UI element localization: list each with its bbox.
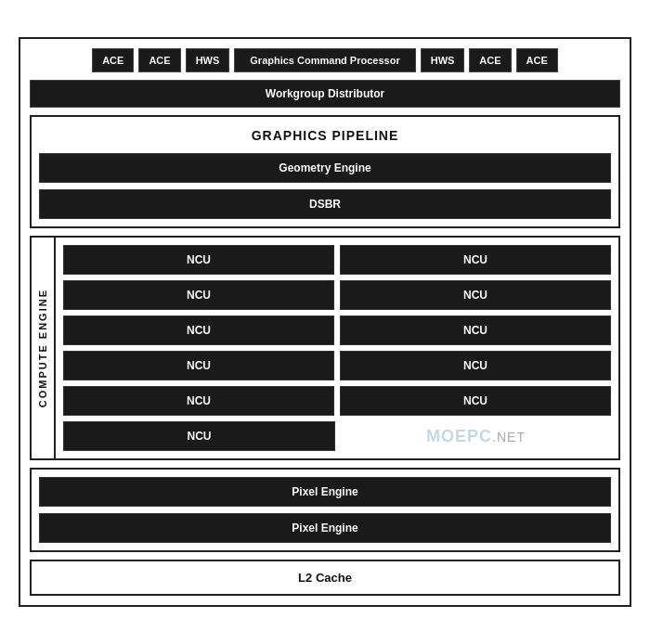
chip-ace-2: ACE <box>138 48 180 72</box>
ncu-cell-3-right: NCU <box>340 316 611 345</box>
ncu-row-2: NCU NCU <box>63 280 611 310</box>
graphics-pipeline-title: GRAPHICS PIPELINE <box>39 124 611 147</box>
ncu-cell-6-right-empty: MOEPC.NET <box>341 421 611 451</box>
ncu-row-6: NCU MOEPC.NET <box>63 421 611 451</box>
top-chips-row: ACE ACE HWS Graphics Command Processor H… <box>30 48 620 72</box>
watermark: MOEPC.NET <box>426 427 526 446</box>
geometry-engine-bar: Geometry Engine <box>39 153 611 183</box>
chip-gcp: Graphics Command Processor <box>234 48 415 72</box>
watermark-suffix: .NET <box>492 430 526 444</box>
dsbr-bar: DSBR <box>39 189 611 219</box>
chip-hws-1: HWS <box>186 48 230 72</box>
ncu-row-4: NCU NCU <box>63 351 611 380</box>
ncu-cell-6-left: NCU <box>63 421 335 451</box>
ncu-cell-4-left: NCU <box>63 351 334 380</box>
watermark-brand: MOEPC <box>426 427 492 445</box>
graphics-pipeline-section: GRAPHICS PIPELINE Geometry Engine DSBR <box>30 115 620 228</box>
compute-engine-label: COMPUTE ENGINE <box>37 289 48 407</box>
ncu-row-5: NCU NCU <box>63 386 611 416</box>
pixel-engine-1: Pixel Engine <box>39 477 611 507</box>
compute-engine-section: COMPUTE ENGINE NCU NCU NCU NCU NCU NCU N… <box>30 236 620 460</box>
ncu-cell-1-right: NCU <box>340 245 611 275</box>
chip-ace-4: ACE <box>516 48 558 72</box>
pixel-engines-section: Pixel Engine Pixel Engine <box>30 468 620 552</box>
ncu-cell-1-left: NCU <box>63 245 334 275</box>
compute-label-wrapper: COMPUTE ENGINE <box>32 238 56 458</box>
l2-cache: L2 Cache <box>30 560 620 596</box>
diagram-wrapper: ACE ACE HWS Graphics Command Processor H… <box>19 37 631 607</box>
ncu-cell-5-left: NCU <box>63 386 334 416</box>
compute-grid: NCU NCU NCU NCU NCU NCU NCU NCU NCU NCU … <box>56 238 618 458</box>
ncu-cell-4-right: NCU <box>340 351 611 380</box>
chip-ace-3: ACE <box>469 48 511 72</box>
chip-ace-1: ACE <box>92 48 134 72</box>
ncu-cell-2-left: NCU <box>63 280 334 310</box>
ncu-cell-3-left: NCU <box>63 316 334 345</box>
ncu-row-1: NCU NCU <box>63 245 611 275</box>
workgroup-distributor: Workgroup Distributor <box>30 80 620 108</box>
pixel-engine-2: Pixel Engine <box>39 513 611 543</box>
chip-hws-2: HWS <box>421 48 465 72</box>
ncu-cell-2-right: NCU <box>340 280 611 310</box>
ncu-row-3: NCU NCU <box>63 316 611 345</box>
ncu-cell-5-right: NCU <box>340 386 611 416</box>
